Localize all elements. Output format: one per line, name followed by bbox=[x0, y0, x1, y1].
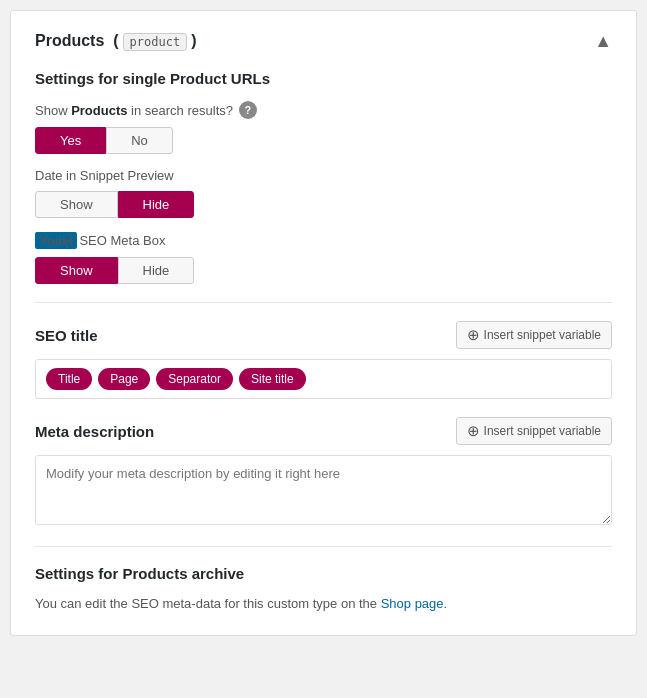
snippet-tag[interactable]: Separator bbox=[156, 368, 233, 390]
collapse-icon[interactable]: ▲ bbox=[594, 31, 612, 52]
snippet-preview-label-row: Date in Snippet Preview bbox=[35, 168, 612, 183]
snippet-tag[interactable]: Page bbox=[98, 368, 150, 390]
plus-icon: ⊕ bbox=[467, 326, 480, 344]
meta-box-toggle: Show Hide bbox=[35, 257, 612, 284]
meta-box-show-button[interactable]: Show bbox=[35, 257, 118, 284]
plus-icon-2: ⊕ bbox=[467, 422, 480, 440]
meta-box-label-row: Yoast SEO Meta Box bbox=[35, 232, 612, 249]
seo-title-insert-label: Insert snippet variable bbox=[484, 328, 601, 342]
search-results-label-row: Show Products in search results? ? bbox=[35, 101, 612, 119]
card-header: Products (product) ▲ bbox=[35, 31, 612, 52]
meta-description-row: Meta description ⊕ Insert snippet variab… bbox=[35, 417, 612, 445]
seo-title-tags: TitlePageSeparatorSite title bbox=[35, 359, 612, 399]
meta-box-hide-button[interactable]: Hide bbox=[118, 257, 195, 284]
snippet-hide-button[interactable]: Hide bbox=[118, 191, 195, 218]
meta-description-section: Meta description ⊕ Insert snippet variab… bbox=[35, 417, 612, 528]
search-results-label: Show Products in search results? bbox=[35, 103, 233, 118]
meta-description-label: Meta description bbox=[35, 423, 154, 440]
yes-button[interactable]: Yes bbox=[35, 127, 106, 154]
settings-card: Products (product) ▲ Settings for single… bbox=[10, 10, 637, 636]
seo-title-section: SEO title ⊕ Insert snippet variable Titl… bbox=[35, 321, 612, 399]
snippet-show-button[interactable]: Show bbox=[35, 191, 118, 218]
meta-desc-insert-btn[interactable]: ⊕ Insert snippet variable bbox=[456, 417, 612, 445]
archive-description: You can edit the SEO meta-data for this … bbox=[35, 596, 612, 611]
seo-title-row: SEO title ⊕ Insert snippet variable bbox=[35, 321, 612, 349]
meta-description-input[interactable] bbox=[35, 455, 612, 525]
no-button[interactable]: No bbox=[106, 127, 173, 154]
archive-section-title: Settings for Products archive bbox=[35, 565, 612, 582]
yoast-label: Yoast bbox=[35, 232, 77, 249]
meta-box-label-text: SEO Meta Box bbox=[79, 233, 165, 248]
snippet-tag[interactable]: Site title bbox=[239, 368, 306, 390]
title-badge: product bbox=[123, 33, 188, 51]
single-product-section-title: Settings for single Product URLs bbox=[35, 70, 612, 87]
seo-title-label: SEO title bbox=[35, 327, 98, 344]
seo-title-insert-btn[interactable]: ⊕ Insert snippet variable bbox=[456, 321, 612, 349]
meta-desc-insert-label: Insert snippet variable bbox=[484, 424, 601, 438]
archive-section: Settings for Products archive You can ed… bbox=[35, 565, 612, 611]
shop-page-link[interactable]: Shop page bbox=[381, 596, 444, 611]
title-products: Products bbox=[35, 32, 104, 49]
snippet-preview-label: Date in Snippet Preview bbox=[35, 168, 174, 183]
archive-desc-suffix: . bbox=[444, 596, 448, 611]
help-icon[interactable]: ? bbox=[239, 101, 257, 119]
card-title: Products (product) bbox=[35, 32, 196, 51]
snippet-preview-toggle: Show Hide bbox=[35, 191, 612, 218]
archive-desc-prefix: You can edit the SEO meta-data for this … bbox=[35, 596, 381, 611]
search-results-toggle: Yes No bbox=[35, 127, 612, 154]
divider-1 bbox=[35, 302, 612, 303]
snippet-tag[interactable]: Title bbox=[46, 368, 92, 390]
divider-2 bbox=[35, 546, 612, 547]
